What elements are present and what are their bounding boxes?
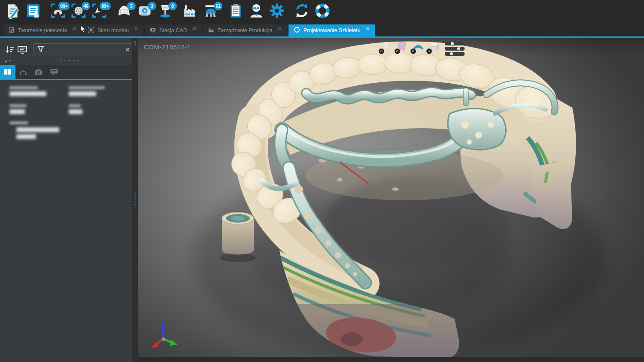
edit-order-button[interactable] [3,2,22,21]
splitter-collapse-toggle[interactable]: ▴▾ [132,40,138,46]
tab-zarzadzanie-produkcja[interactable]: Zarządzanie Produkcją ✕ [203,24,287,36]
filter-box: ✕ [33,43,134,56]
sidebar-toolbar: ✕ [0,38,132,57]
tab-skan-modelu[interactable]: Skan modelu ✕ [83,24,143,36]
close-icon[interactable]: ✕ [192,24,197,32]
edit-order-icon [4,3,21,21]
tab-tworzenie-polecenia[interactable]: Tworzenie polecenia ✕ [3,24,82,36]
sort-descending-button[interactable] [5,44,15,56]
tab-label: Skan modelu [97,27,129,33]
factory-button[interactable] [180,2,200,21]
tab-label: Stacja CAD [159,27,187,33]
cad-station-icon [150,27,156,34]
tab-stacja-cad[interactable]: Stacja CAD ✕ [145,24,202,36]
viewport-toolbar: ▾ [380,41,465,56]
opacity-slider[interactable] [445,52,465,56]
opacity-sliders [445,42,465,56]
arch-mesh-button[interactable]: 5 [114,2,134,21]
order-documents-button[interactable] [23,2,43,21]
tab-projektowanie-szkieletu[interactable]: Projektowanie Szkieletu ✕ [289,24,375,36]
redacted-field-value [9,109,25,114]
redacted-field-label [9,121,28,124]
badge: 8 [168,2,177,10]
sidebar-tab-comment[interactable] [46,65,62,79]
viewport-bottom-strip [138,357,644,362]
tab-label: Zarządzanie Produkcją [218,27,273,33]
cad-machine-button[interactable]: 3 [135,2,155,21]
visibility-dot-icon [395,48,400,54]
case-label: COM-210517-1 [144,43,191,51]
collapse-toggle[interactable]: ▴▾ [5,58,12,63]
redacted-field-value [16,134,36,139]
scan-round-icon [88,27,94,34]
chevron-down-icon: ▾ [426,48,432,54]
toggle-gingiva-visibility[interactable] [395,41,409,53]
badge: 46 [82,2,90,10]
close-icon[interactable]: ✕ [278,24,282,32]
redacted-field-value [69,109,82,114]
technician-user-button[interactable] [246,2,266,21]
clipboard-tasks-button[interactable] [226,2,246,21]
milling-machine-button[interactable]: 61 [201,2,221,21]
redacted-field-value [69,91,96,96]
sidebar-tab-arch[interactable] [15,65,31,79]
badge: 5 [127,2,136,10]
sidebar-tab-camera[interactable] [31,65,46,79]
scan-arch-button[interactable]: 99+ [48,2,68,21]
redacted-field-label [69,104,81,107]
close-icon[interactable]: ✕ [72,24,76,32]
filter-input[interactable] [47,47,122,53]
badge: 3 [148,2,156,10]
filter-funnel-icon [37,45,44,54]
close-icon[interactable]: ✕ [134,24,138,32]
opacity-slider[interactable] [445,42,465,45]
display-panel-button[interactable] [17,44,27,56]
redacted-field-value [9,91,46,96]
camera-icon [34,68,43,76]
badge: 99+ [58,2,70,10]
opacity-slider[interactable] [445,47,465,51]
comment-icon [50,68,58,76]
factory-icon [208,27,214,34]
toggle-framework-visibility[interactable] [411,41,425,53]
dental-model-canvas[interactable] [138,38,644,357]
splitter-drag-handle[interactable]: ••••• [132,192,138,207]
settings-button[interactable] [267,2,287,21]
sidebar-tabs [0,65,132,79]
close-icon[interactable]: ✕ [365,24,370,32]
redacted-field-label [9,86,38,89]
axis-triad [147,321,179,353]
tab-label: Tworzenie polecenia [18,27,67,33]
viewport-3d[interactable]: COM-210517-1 ▾ [138,38,644,362]
badge: 61 [214,2,222,10]
top-toolbar: 99+ 46 99+ 5 3 8 [0,0,644,23]
order-documents-icon [25,3,41,21]
visibility-dot-icon [379,48,384,54]
case-sidebar: ✕ ▴▾ • • • • • [0,38,132,362]
sync-button[interactable] [292,2,312,21]
sync-arrows-icon [294,3,310,21]
skeleton-design-icon [294,27,300,34]
help-button[interactable] [313,2,332,21]
tab-label: Projektowanie Szkieletu [304,27,361,33]
panel-splitter[interactable]: ▴▾ ••••• [132,38,138,362]
import-scan-button[interactable]: 99+ [89,2,109,21]
edit-document-icon [9,27,15,34]
sidebar-tab-case-book[interactable] [0,65,15,79]
toggle-model-visibility[interactable] [380,41,393,53]
badge: 99+ [100,2,111,10]
visibility-dot-icon [410,48,416,54]
scene-options-button[interactable]: ▾ [427,41,441,53]
panel-drag-handle[interactable]: • • • • • [12,58,127,63]
case-details-redacted [0,80,132,86]
help-lifering-icon [314,3,331,21]
main-area: ✕ ▴▾ • • • • • [0,38,644,362]
clear-filter-icon[interactable]: ✕ [125,46,130,53]
sidebar-collapse-row: ▴▾ • • • • • [0,57,132,64]
scan-object-button[interactable]: 46 [69,2,88,21]
redacted-field-value [16,127,59,132]
settings-gear-icon [269,3,285,21]
factory-icon [182,3,198,21]
technician-user-icon [248,3,264,21]
desk-scanner-button[interactable]: 8 [155,2,175,21]
